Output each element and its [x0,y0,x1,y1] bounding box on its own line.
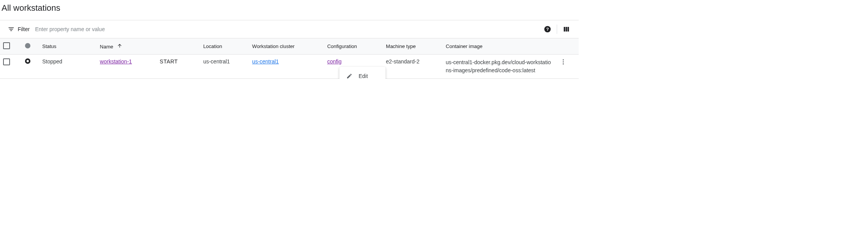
column-display-button[interactable] [559,22,574,37]
help-button[interactable]: ? [540,22,555,37]
toolbar-divider [557,25,557,34]
col-header-machine[interactable]: Machine type [383,38,442,55]
workstation-name-link[interactable]: workstation-1 [100,58,132,65]
col-header-status[interactable]: Status [39,38,97,55]
context-menu: Edit Delete Start Stop [339,67,386,79]
filter-bar: Filter ? [0,20,579,38]
svg-text:?: ? [546,27,549,32]
workstations-table: Status Name Location Workstation cluster… [0,38,579,79]
sort-ascending-icon [117,43,122,48]
start-button[interactable]: START [160,58,178,65]
col-header-cluster[interactable]: Workstation cluster [249,38,324,55]
page-title: All workstations [2,3,579,13]
status-stopped-icon [25,58,30,64]
cell-status: Stopped [39,55,97,79]
svg-point-6 [563,61,564,63]
col-header-location[interactable]: Location [200,38,249,55]
svg-rect-2 [564,27,565,32]
svg-point-7 [563,63,564,65]
cell-image: us-central1-docker.pkg.dev/cloud-worksta… [443,55,557,79]
select-all-checkbox[interactable] [3,42,10,49]
row-checkbox[interactable] [3,58,10,65]
cluster-link[interactable]: us-central1 [252,58,279,65]
status-indicator-header-icon [25,43,30,48]
cell-machine: e2-standard-2 [383,55,442,79]
col-header-name-label: Name [100,44,114,50]
svg-rect-4 [568,27,569,32]
menu-item-label: Edit [359,73,368,79]
pencil-icon [346,73,353,79]
table-row: Stopped workstation-1 START us-central1 … [0,55,579,79]
cell-location: us-central1 [200,55,249,79]
menu-item-edit[interactable]: Edit [339,70,386,79]
col-header-name[interactable]: Name [97,38,157,55]
svg-rect-3 [566,27,567,32]
col-header-config[interactable]: Configuration [324,38,383,55]
config-link[interactable]: config [327,58,341,65]
filter-label: Filter [18,26,30,32]
col-header-image[interactable]: Container image [443,38,557,55]
filter-icon [8,26,15,33]
svg-point-5 [563,59,564,60]
filter-input[interactable] [34,26,540,33]
row-more-actions-button[interactable] [560,60,567,66]
